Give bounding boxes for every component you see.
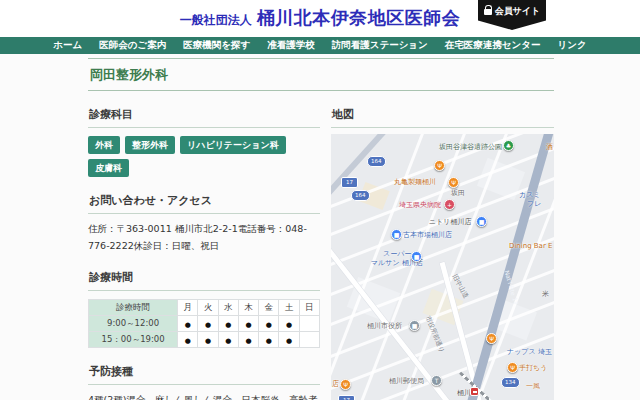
availability-cell: ● <box>238 332 258 348</box>
nav-item[interactable]: ホーム <box>53 39 82 52</box>
nav-item[interactable]: 医師会のご案内 <box>99 39 166 52</box>
map-heading: 地図 <box>331 107 554 128</box>
open-dot: ● <box>266 337 272 345</box>
availability-cell: ● <box>178 332 198 348</box>
time-range-cell: 9:00～12:00 <box>89 316 178 332</box>
route-shield: 134 <box>501 377 520 388</box>
day-header-cell: 月 <box>178 300 198 316</box>
day-header-cell: 日 <box>299 300 319 316</box>
org-name: 桶川北本伊奈地区医師会 <box>257 7 461 28</box>
restaurant-marker[interactable]: Ψ <box>486 333 497 344</box>
open-dot: ● <box>185 321 191 329</box>
department-tags: 外科整形外科リハビリテーション科皮膚科 <box>88 136 320 177</box>
org-prefix: 一般社団法人 <box>180 13 252 27</box>
postoffice-marker[interactable]: T <box>431 375 442 386</box>
hours-table: 診療時間月火水木金土日9:00～12:00●●●●●●15：00～19:00●●… <box>88 299 320 348</box>
lock-icon <box>484 8 492 15</box>
nav-item[interactable]: 医療機関を探す <box>183 39 250 52</box>
open-dot: ● <box>185 337 191 345</box>
vaccination-text: 4種(2種)混合、麻しん風しん混合、日本脳炎、高齢者インフルエンザ、小児インフル… <box>88 392 320 400</box>
open-dot: ● <box>225 337 231 345</box>
main-content: 岡田整形外科 診療科目 外科整形外科リハビリテーション科皮膚科 お問い合わせ・ア… <box>88 58 554 400</box>
map-place-label: Dining Bar E <box>509 242 552 250</box>
shop-marker[interactable]: ■ <box>476 216 487 227</box>
contact-line: 住所：〒363-0011 桶川市北2-2-1 <box>88 223 238 234</box>
department-tag: リハビリテーション科 <box>180 136 286 154</box>
departments-heading: 診療科目 <box>88 107 320 128</box>
park-marker[interactable]: ♣ <box>503 140 514 151</box>
map-place-label: カスミ <box>519 191 541 199</box>
map-column: 地図 <box>331 91 554 400</box>
map-place-label: ニトリ桶川店 <box>429 218 472 226</box>
cityhall-marker[interactable]: ■ <box>409 320 420 331</box>
route-shield: 164 <box>351 190 370 201</box>
availability-cell <box>299 332 319 348</box>
department-tag: 外科 <box>88 136 120 154</box>
map-place-label: スーパー <box>383 250 411 258</box>
restaurant-marker[interactable]: Ψ <box>340 379 351 390</box>
restaurant-marker[interactable]: Ψ <box>434 160 445 171</box>
open-dot: ● <box>245 321 251 329</box>
shop-marker[interactable]: ■ <box>411 251 422 262</box>
availability-cell <box>299 316 319 332</box>
department-tag: 皮膚科 <box>88 159 129 177</box>
map-place-label: フレ <box>527 200 541 208</box>
restaurant-marker[interactable]: Ψ <box>507 362 518 373</box>
map-place-label: 桶川郵便局 <box>389 377 424 385</box>
vaccination-heading: 予防接種 <box>88 364 320 385</box>
site-header: 一般社団法人桶川北本伊奈地区医師会 会員サイト <box>0 0 640 37</box>
time-range-cell: 15：00～19:00 <box>89 332 178 348</box>
open-dot: ● <box>286 337 292 345</box>
nav-item[interactable]: リンク <box>557 39 586 52</box>
day-header-cell: 金 <box>259 300 279 316</box>
clinic-info-column: 診療科目 外科整形外科リハビリテーション科皮膚科 お問い合わせ・アクセス 住所：… <box>88 91 320 400</box>
map-place-label: 酒 <box>546 143 553 151</box>
map-place-label: 坂田 <box>451 189 465 197</box>
availability-cell: ● <box>198 316 218 332</box>
availability-cell: ● <box>279 332 299 348</box>
page-title: 岡田整形外科 <box>90 66 552 84</box>
nav-item[interactable]: 准看護学校 <box>267 39 315 52</box>
google-map-embed[interactable]: Nat'l Rte 17 旧中山道市役所前通り 坂田谷津谷遺跡公園酒丸亀製麺桶川… <box>331 134 554 400</box>
map-place-label: 丸亀製麺桶川 <box>394 178 436 186</box>
map-place-label: 店 <box>332 380 339 388</box>
contact-line: 休診日：日曜、祝日 <box>134 240 220 251</box>
contact-lines: 住所：〒363-0011 桶川市北2-2-1電話番号：048-776-2222休… <box>88 221 320 254</box>
open-dot: ● <box>286 321 292 329</box>
open-dot: ● <box>245 337 251 345</box>
availability-cell: ● <box>259 332 279 348</box>
availability-cell: ● <box>279 316 299 332</box>
train-station-icon[interactable] <box>470 387 479 396</box>
open-dot: ● <box>225 321 231 329</box>
restaurant-marker[interactable]: Ψ <box>448 177 459 188</box>
map-place-label: 古本市場桶川店 <box>403 231 452 239</box>
map-place-label: 米 <box>542 290 549 298</box>
day-header-cell: 土 <box>279 300 299 316</box>
availability-cell: ● <box>178 316 198 332</box>
shop-marker[interactable]: ■ <box>391 229 402 240</box>
day-header-cell: 火 <box>198 300 218 316</box>
main-nav: ホーム医師会のご案内医療機関を探す准看護学校訪問看護ステーション在宅医療連携セン… <box>0 37 640 54</box>
nav-item[interactable]: 在宅医療連携センター <box>445 39 541 52</box>
route-shield: 17 <box>338 395 355 400</box>
open-dot: ● <box>205 321 211 329</box>
hours-heading: 診療時間 <box>88 270 320 291</box>
nav-item[interactable]: 訪問看護ステーション <box>332 39 428 52</box>
department-tag: 整形外科 <box>125 136 175 154</box>
map-place-label: 一風 <box>526 382 540 390</box>
hospital-marker[interactable]: + <box>444 199 455 210</box>
map-place-label: ナップス 埼玉 <box>507 348 552 356</box>
map-place-label: 桶川 <box>457 389 471 397</box>
map-place-label: 埼玉県央病院 <box>399 201 441 209</box>
availability-cell: ● <box>238 316 258 332</box>
availability-cell: ● <box>198 332 218 348</box>
availability-cell: ● <box>218 332 238 348</box>
availability-cell: ● <box>259 316 279 332</box>
open-dot: ● <box>266 321 272 329</box>
map-place-label: 坂田谷津谷遺跡公園 <box>439 143 502 151</box>
day-header-cell: 木 <box>238 300 258 316</box>
page-title-bar: 岡田整形外科 <box>88 58 554 91</box>
map-place-label: 桶川市役所 <box>367 322 402 330</box>
map-place-label: 手打ちう <box>519 364 547 372</box>
availability-cell: ● <box>218 316 238 332</box>
